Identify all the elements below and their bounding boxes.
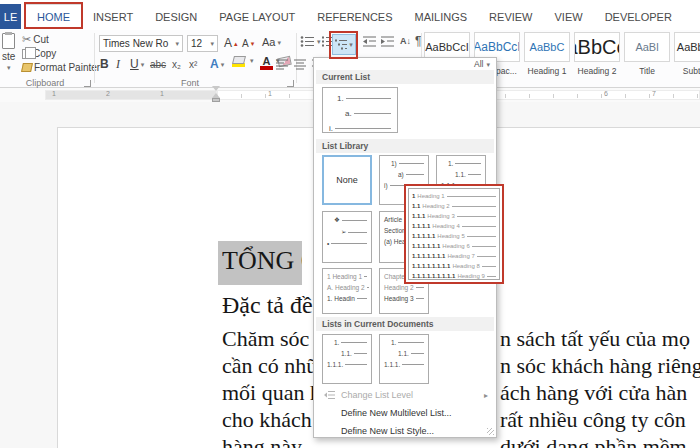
clipboard-group-label: Clipboard — [14, 78, 76, 88]
list-option-outline-headings[interactable]: 1 Heading 1 A. Heading 2 1. Headin — [322, 268, 372, 314]
text-line-placeholder — [346, 98, 391, 99]
ruler-margin-area — [45, 90, 217, 100]
list-marker: Heading 2 — [384, 284, 414, 291]
font-name-combo[interactable]: Times New Ro ▾ — [99, 35, 183, 52]
format-painter-button[interactable]: Format Painter — [22, 62, 100, 73]
text-line-placeholder — [345, 364, 367, 365]
ribbon-tab[interactable]: PAGE LAYOUT — [208, 4, 306, 29]
highlight-dropdown[interactable]: ▾ — [250, 57, 254, 64]
heading-level-line: 1.1.1.1.1 Heading 5 — [412, 231, 496, 241]
menu-define-new-multilevel-list[interactable]: Define New Multilevel List... — [316, 405, 496, 421]
list-option-none[interactable]: None — [322, 155, 372, 205]
section-header-current-list: Current List — [316, 70, 494, 84]
resize-grip[interactable] — [487, 428, 494, 435]
copy-label: Copy — [33, 48, 56, 59]
list-marker: Heading 3 — [384, 295, 414, 302]
text-line-placeholder — [457, 216, 496, 217]
tab-home[interactable]: HOME — [25, 4, 82, 29]
text-line-placeholder — [399, 163, 424, 164]
text-effects-button[interactable]: A ▾ — [210, 57, 224, 71]
gallery-filter[interactable]: All ▾ — [474, 59, 490, 69]
decrease-indent-button[interactable] — [363, 35, 377, 48]
list-marker: i. — [329, 124, 333, 133]
grow-font-button[interactable]: A ▴ — [224, 36, 238, 50]
ribbon-tab[interactable]: MAILINGS — [404, 4, 479, 29]
level-number: 1.1.1 — [412, 213, 425, 219]
ribbon-tab[interactable]: REFERENCES — [306, 4, 403, 29]
align-left-button[interactable] — [276, 59, 289, 70]
group-divider — [94, 33, 95, 83]
level-label: Heading 4 — [432, 223, 459, 229]
text-line-placeholder — [341, 342, 367, 343]
sort-glyph: A↓ — [400, 36, 411, 46]
font-size-combo[interactable]: 12 ▾ — [187, 35, 218, 52]
text-effects-glyph: A — [210, 57, 219, 71]
ribbon-tab[interactable]: DESIGN — [144, 4, 208, 29]
document-list-option-1[interactable]: 1. 1.1. 1.1.1. — [322, 334, 372, 384]
strikethrough-button[interactable]: abc — [150, 59, 166, 70]
highlight-color-button[interactable] — [232, 56, 245, 67]
clipboard-dialog-launcher[interactable] — [84, 80, 91, 87]
ribbon-tab[interactable]: REVIEW — [478, 4, 543, 29]
list-option-bullets[interactable]: ❖ ➢ • — [322, 211, 372, 263]
bold-button[interactable]: B — [100, 57, 109, 71]
doc-text-right-fragment: n sách tất yếu của mọ — [500, 326, 690, 352]
bullets-button[interactable]: ▾ — [300, 35, 321, 48]
style-label: Subtitle — [674, 66, 700, 76]
chevron-down-icon: ▾ — [486, 61, 490, 68]
underline-button[interactable]: U ▾ — [130, 57, 144, 71]
style-label: Heading 2 — [574, 66, 620, 76]
copy-button[interactable]: Copy — [22, 48, 56, 59]
text-line-placeholder — [447, 196, 496, 197]
multilevel-headings-preview-popup[interactable]: 1 Heading 1 1.1 Heading 2 1.1.1 Heading … — [404, 184, 504, 284]
ribbon-tab[interactable]: VIEW — [544, 4, 594, 29]
highlighter-icon — [232, 56, 246, 64]
increase-indent-icon — [381, 35, 395, 48]
font-dialog-launcher[interactable] — [287, 80, 294, 87]
chevron-down-icon: ▾ — [277, 39, 281, 46]
chevron-down-icon: ▾ — [317, 38, 321, 45]
menu-change-list-level[interactable]: Change List Level ▸ — [316, 387, 496, 403]
group-divider — [296, 33, 297, 83]
text-line-placeholder — [472, 246, 496, 247]
bullet-glyph: ❖ — [334, 216, 340, 224]
level-number: 1.1.1.1.1.1 — [412, 243, 440, 249]
section-header-list-library: List Library — [316, 139, 494, 153]
italic-button[interactable]: I — [116, 57, 120, 72]
subscript-button[interactable]: x₂ — [172, 59, 181, 70]
current-list-preview[interactable]: 1. a. i. — [322, 87, 398, 133]
align-center-button[interactable] — [294, 59, 307, 70]
paste-button[interactable]: ste ▾ — [2, 33, 15, 71]
doc-text-right-fragment: rất nhiều công ty côn — [500, 407, 686, 433]
level-label: Heading 3 — [427, 213, 454, 219]
first-line-indent-marker[interactable] — [212, 86, 220, 91]
font-size-value: 12 — [191, 38, 202, 49]
superscript-button[interactable]: x² — [189, 59, 197, 70]
tab-file[interactable]: LE — [0, 4, 21, 29]
heading-level-line: 1.1 Heading 2 — [412, 201, 496, 211]
font-color-button[interactable]: A — [260, 55, 273, 70]
shrink-font-button[interactable]: A ▾ — [242, 38, 254, 49]
sort-button[interactable]: A↓ — [400, 36, 411, 46]
ribbon-tab[interactable]: DEVELOPER — [594, 4, 683, 29]
increase-indent-button[interactable] — [381, 35, 395, 48]
text-line-placeholder — [357, 298, 367, 299]
heading-level-line: 1.1.1.1.1.1.1.1.1 Heading 9 — [412, 271, 496, 280]
style-swatch[interactable]: AaBbCc — [674, 32, 700, 62]
ribbon-tab[interactable]: INSERT — [82, 4, 144, 29]
text-line-placeholder — [402, 364, 424, 365]
style-swatch[interactable]: AaBbCcD — [574, 32, 620, 62]
style-swatch[interactable]: AaBl — [624, 32, 670, 62]
text-line-placeholder — [398, 342, 424, 343]
ruler-number: 7 — [652, 90, 656, 97]
document-list-option-2[interactable]: 1. 1.1. 1.1.1. — [379, 334, 429, 384]
caret-down-icon: ▾ — [251, 40, 255, 47]
text-line-placeholder — [477, 256, 496, 257]
change-case-button[interactable]: Aa ▾ — [262, 36, 281, 48]
style-swatch[interactable]: AaBbC — [524, 32, 570, 62]
cut-button[interactable]: ✂ Cut — [22, 34, 49, 45]
list-marker: 1.1.1. — [384, 361, 400, 368]
heading-level-line: 1.1.1.1.1.1.1.1 Heading 8 — [412, 261, 496, 271]
multilevel-list-button[interactable]: ▾ — [332, 34, 356, 55]
menu-define-new-list-style[interactable]: Define New List Style... — [316, 423, 496, 439]
